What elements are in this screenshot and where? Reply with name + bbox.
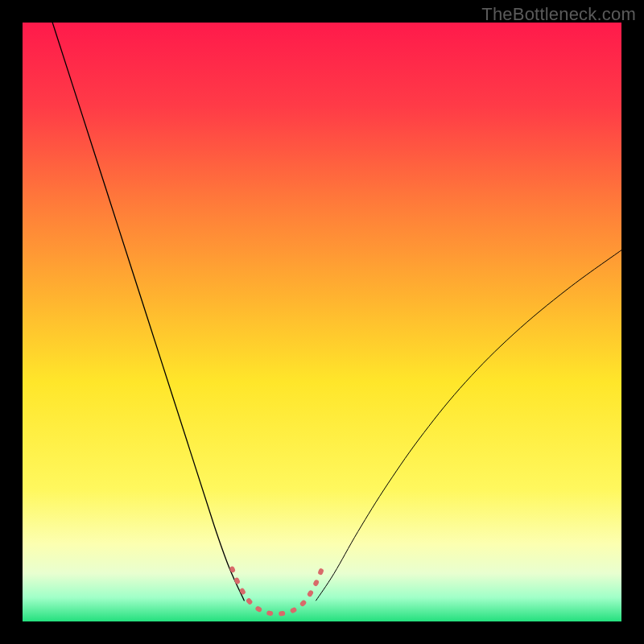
chart-svg [23, 23, 621, 621]
plot-area [23, 23, 621, 621]
watermark-text: TheBottleneck.com [481, 4, 636, 25]
gradient-background [23, 23, 621, 621]
chart-frame: TheBottleneck.com [0, 0, 644, 644]
